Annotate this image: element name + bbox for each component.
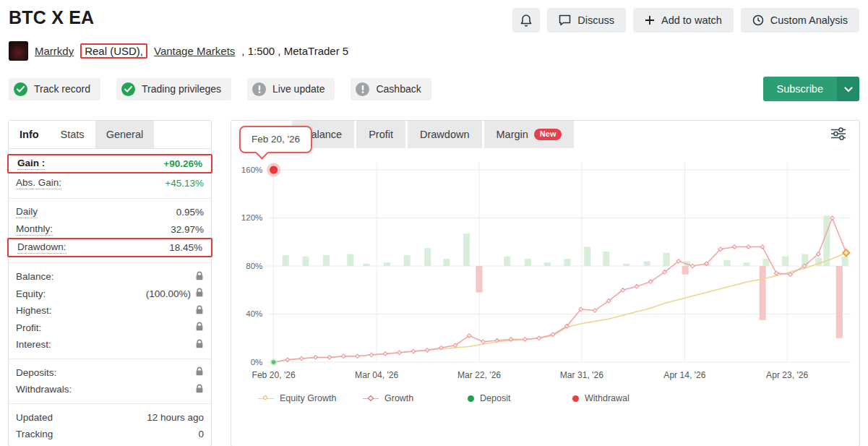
account-info-line: Marrkdy Real (USD), Vantage Markets , 1:… [0,41,868,61]
status-badges: Track recordTrading privilegesLive updat… [9,78,431,100]
add-to-watch-button[interactable]: Add to watch [633,8,734,33]
deposit-bar [842,257,848,266]
bell-icon [520,14,532,27]
subscribe-button[interactable]: Subscribe [763,77,837,101]
y-tick-label: 40% [246,310,262,319]
series-marker [327,356,332,360]
badge-row: Track recordTrading privilegesLive updat… [0,77,868,101]
series-marker [537,336,541,340]
account-owner-link[interactable]: Marrkdy [35,45,74,57]
stat-label: Equity: [16,288,46,299]
stat-label: Tracking [16,429,53,439]
page-title: BTC X EA [9,7,94,28]
stat-value [195,366,204,378]
lock-icon [195,322,204,333]
legend-label: Deposit [480,393,510,403]
exclamation-icon [356,82,369,96]
divider [9,403,211,404]
y-tick-label: 160% [241,166,263,174]
stat-value: 32.97% [171,224,204,235]
stat-value: (100.00%) [146,288,204,299]
deposit-bar [782,257,788,266]
stat-value-text: 32.97% [171,224,204,235]
x-tick-label: Apr 23, '26 [766,370,808,380]
stat-row-monthly: Monthly:32.97% [9,221,211,239]
series-marker [383,352,387,356]
deposit-bar [443,259,450,266]
divider [9,198,211,199]
series-marker [481,340,486,344]
chart-tab-profit[interactable]: Profit [356,121,405,148]
deposit-bar [525,259,531,266]
withdrawal-bar [836,266,843,338]
lock-icon [195,271,204,283]
chart-tab-margin[interactable]: MarginNew [484,121,575,148]
stat-value-text: 18.45% [169,242,202,253]
avatar [9,41,28,61]
series-marker [774,271,778,275]
tab-stats[interactable]: Stats [50,121,95,148]
legend-marker [263,395,267,400]
deposit-bar [323,255,330,266]
stats-rows: Gain :+90.26%Abs. Gain:+45.13%Daily0.95%… [9,149,211,443]
series-marker [830,216,835,220]
deposit-bar [663,253,670,266]
legend-item-equity-growth[interactable]: Equity Growth [258,393,363,403]
legend-item-deposit[interactable]: Deposit [468,393,572,403]
custom-analysis-button[interactable]: Custom Analysis [741,8,859,33]
badge-live-update: Live update [247,78,335,100]
withdrawal-dot-icon [572,395,579,402]
lock-icon [195,305,204,317]
badge-label: Cashback [376,83,421,95]
notifications-button[interactable] [512,8,540,33]
new-badge: New [534,129,562,140]
deposit-dot-icon [468,395,474,402]
growth-chart[interactable]: 0%40%80%120%160%Feb 20, '26Mar 04, '26Ma… [231,153,859,382]
sliders-icon [830,132,846,143]
stat-row-gain: Gain :+90.26% [7,154,212,173]
account-type: Real (USD), [85,45,143,57]
deposit-bar [504,257,510,266]
withdrawal-bar [476,266,482,293]
stat-value [195,271,204,283]
series-marker [369,353,374,357]
subscribe-options-button[interactable] [837,77,859,101]
stat-label: Gain : [17,158,45,170]
legend-item-withdrawal[interactable]: Withdrawal [572,393,677,403]
y-tick-label: 80% [246,262,262,270]
main-content: InfoStatsGeneral Gain :+90.26%Abs. Gain:… [0,120,868,446]
lock-icon [195,339,204,351]
deposit-bar [584,246,590,266]
highlighted-point [270,166,278,174]
x-tick-label: Apr 14, '26 [663,370,705,380]
series-marker [760,245,765,249]
deposit-bar [424,248,431,266]
deposit-bar [283,255,289,266]
series-marker [425,348,429,353]
series-marker [523,338,528,342]
series-marker [690,264,695,268]
stat-value-text: 12 hours ago [147,412,204,423]
tab-general[interactable]: General [95,121,155,148]
chevron-down-icon [844,84,853,95]
chart-settings-button[interactable] [828,124,849,146]
x-tick-label: Mar 22, '26 [457,370,501,380]
stat-row-deposits: Deposits: [9,364,211,382]
stat-row-profit: Profit: [9,320,211,337]
stat-value: +45.13% [165,178,204,189]
series-marker [299,356,304,361]
series-marker [747,245,751,249]
x-tick-label: Feb 20, '26 [252,370,296,380]
discuss-button[interactable]: Discuss [547,8,626,33]
badge-trading-privileges: Trading privileges [116,78,231,100]
divider [9,359,211,359]
equity-growth-line-icon [258,395,274,402]
deposit-bar [302,257,309,266]
tab-info[interactable]: Info [9,121,50,148]
chart-tab-drawdown[interactable]: Drawdown [408,121,482,148]
deposit-bar [823,215,830,266]
broker-link[interactable]: Vantage Markets [154,45,235,57]
stat-label: Profit: [16,322,41,333]
legend-label: Growth [384,393,413,403]
legend-item-growth[interactable]: Growth [363,393,468,403]
